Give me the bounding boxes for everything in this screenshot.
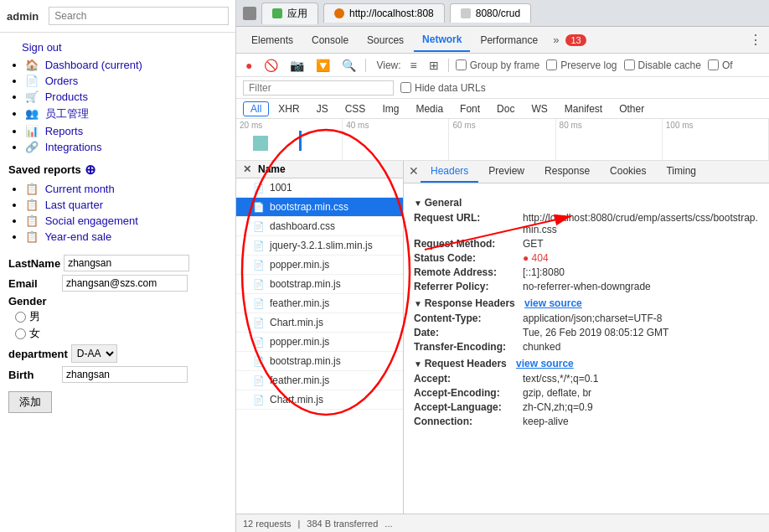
network-filter-input[interactable]: [243, 80, 394, 96]
browser-tab-localhost[interactable]: http://localhost:808: [323, 3, 445, 23]
filter-all[interactable]: All: [243, 101, 269, 116]
request-item[interactable]: 📄Chart.min.js: [236, 313, 403, 333]
detail-tab-response[interactable]: Response: [534, 161, 600, 183]
filter-css[interactable]: CSS: [338, 101, 374, 116]
record-button[interactable]: ●: [243, 59, 255, 72]
search-input[interactable]: [49, 7, 229, 25]
nav-item-orders[interactable]: 📄 Orders: [25, 73, 227, 89]
request-list-close[interactable]: ✕: [243, 163, 251, 175]
request-item[interactable]: 📄popper.min.js: [236, 333, 403, 352]
request-item[interactable]: 📄feather.min.js: [236, 371, 403, 390]
filter-media[interactable]: Media: [408, 101, 451, 116]
detail-tab-preview[interactable]: Preview: [478, 161, 534, 183]
filter-font[interactable]: Font: [452, 101, 488, 116]
request-header-row: Connection:keep-alive: [414, 416, 759, 427]
detail-close-button[interactable]: ✕: [404, 161, 424, 181]
saved-report-current-month[interactable]: 📋 Current month: [25, 181, 227, 197]
browser-tab-crud[interactable]: 8080/crud: [450, 3, 531, 23]
preserve-log-checkbox[interactable]: [546, 59, 557, 70]
birth-input[interactable]: [62, 366, 188, 383]
saved-report-link-0[interactable]: Current month: [45, 183, 115, 195]
camera-button[interactable]: 📷: [287, 59, 307, 72]
request-item[interactable]: 📄bootstrap.min.css: [236, 198, 403, 217]
devtools-more-tabs[interactable]: »: [548, 30, 564, 49]
browser-tab-app[interactable]: 应用: [261, 3, 318, 24]
nav-link-dashboard[interactable]: Dashboard (current): [45, 59, 142, 71]
email-input[interactable]: [62, 275, 188, 292]
devtools-menu-icon[interactable]: ⋮: [749, 32, 762, 48]
signout-link[interactable]: Sign out: [8, 38, 227, 57]
detail-tab-headers[interactable]: Headers: [421, 161, 478, 183]
request-item[interactable]: 📄feather.min.js: [236, 294, 403, 313]
birth-row: Birth: [8, 366, 227, 383]
nav-item-employees[interactable]: 👥 员工管理: [25, 105, 227, 123]
request-item[interactable]: 📄Chart.min.js: [236, 390, 403, 410]
request-item[interactable]: 📄bootstrap.min.js: [236, 275, 403, 294]
devtools-tab-performance[interactable]: Performance: [472, 29, 546, 51]
gender-female[interactable]: 女: [15, 326, 227, 341]
preserve-log-check[interactable]: Preserve log: [546, 59, 617, 71]
saved-report-link-3[interactable]: Year-end sale: [44, 230, 111, 243]
detail-key: Request URL:: [414, 212, 523, 235]
clear-button[interactable]: 🚫: [261, 59, 281, 72]
nav-item-reports[interactable]: 📊 Reports: [25, 123, 227, 139]
request-view-source[interactable]: view source: [516, 358, 574, 369]
nav-link-employees[interactable]: 员工管理: [45, 107, 89, 120]
saved-report-link-1[interactable]: Last quarter: [45, 199, 103, 211]
response-headers-section-title[interactable]: Response Headers view source: [414, 297, 759, 309]
hide-data-urls-group[interactable]: Hide data URLs: [400, 82, 486, 94]
tree-view-button[interactable]: ⊞: [426, 59, 441, 72]
nav-link-products[interactable]: Products: [45, 90, 88, 103]
request-item[interactable]: 📄dashboard.css: [236, 217, 403, 236]
disable-cache-check[interactable]: Disable cache: [624, 59, 701, 71]
request-item[interactable]: 📄popper.min.js: [236, 256, 403, 275]
filter-ws[interactable]: WS: [524, 101, 555, 116]
list-view-button[interactable]: ≡: [408, 59, 420, 72]
detail-tab-cookies[interactable]: Cookies: [600, 161, 656, 183]
devtools-tab-sources[interactable]: Sources: [359, 29, 412, 51]
nav-item-products[interactable]: 🛒 Products: [25, 89, 227, 105]
offline-check[interactable]: Of: [708, 59, 733, 71]
filter-manifest[interactable]: Manifest: [557, 101, 610, 116]
search-button[interactable]: 🔍: [339, 59, 359, 72]
submit-button[interactable]: 添加: [8, 391, 52, 413]
saved-report-last-quarter[interactable]: 📋 Last quarter: [25, 197, 227, 213]
saved-report-yearend[interactable]: 📋 Year-end sale: [25, 229, 227, 245]
nav-link-reports[interactable]: Reports: [45, 125, 84, 137]
hide-data-urls-checkbox[interactable]: [400, 82, 411, 93]
nav-link-orders[interactable]: Orders: [45, 75, 79, 87]
email-row: Email: [8, 275, 227, 292]
group-by-frame-checkbox[interactable]: [456, 59, 467, 70]
request-item[interactable]: 📄jquery-3.2.1.slim.min.js: [236, 236, 403, 256]
devtools-tab-elements[interactable]: Elements: [243, 29, 302, 51]
filter-xhr[interactable]: XHR: [271, 101, 307, 116]
filter-doc[interactable]: Doc: [489, 101, 522, 116]
devtools-tab-console[interactable]: Console: [303, 29, 357, 51]
gender-male[interactable]: 男: [15, 309, 227, 324]
file-icon: 📄: [253, 298, 265, 309]
request-name: bootstrap.min.css: [270, 201, 348, 213]
response-view-source[interactable]: view source: [524, 297, 582, 309]
filter-img[interactable]: Img: [374, 101, 406, 116]
group-by-frame-check[interactable]: Group by frame: [456, 59, 539, 71]
nav-item-dashboard[interactable]: 🏠 Dashboard (current): [25, 57, 227, 73]
filter-bar: Hide data URLs: [236, 77, 769, 99]
add-saved-report-button[interactable]: ⊕: [85, 162, 95, 178]
devtools-tab-network[interactable]: Network: [414, 28, 470, 52]
filter-button[interactable]: 🔽: [313, 59, 333, 72]
saved-report-social[interactable]: 📋 Social engagement: [25, 213, 227, 229]
nav-item-integrations[interactable]: 🔗 Integrations: [25, 139, 227, 155]
general-section-title[interactable]: General: [414, 197, 759, 209]
saved-report-link-2[interactable]: Social engagement: [45, 214, 138, 227]
filter-other[interactable]: Other: [612, 101, 652, 116]
disable-cache-checkbox[interactable]: [624, 59, 635, 70]
detail-tab-timing[interactable]: Timing: [656, 161, 706, 183]
lastname-input[interactable]: [64, 255, 189, 271]
department-select[interactable]: D-AA: [71, 344, 117, 363]
request-item[interactable]: 📄1001: [236, 178, 403, 198]
request-item[interactable]: 📄bootstrap.min.js: [236, 352, 403, 371]
nav-link-integrations[interactable]: Integrations: [45, 141, 102, 153]
offline-checkbox[interactable]: [708, 59, 719, 70]
request-headers-section-title[interactable]: Request Headers view source: [414, 358, 759, 369]
filter-js[interactable]: JS: [309, 101, 336, 116]
